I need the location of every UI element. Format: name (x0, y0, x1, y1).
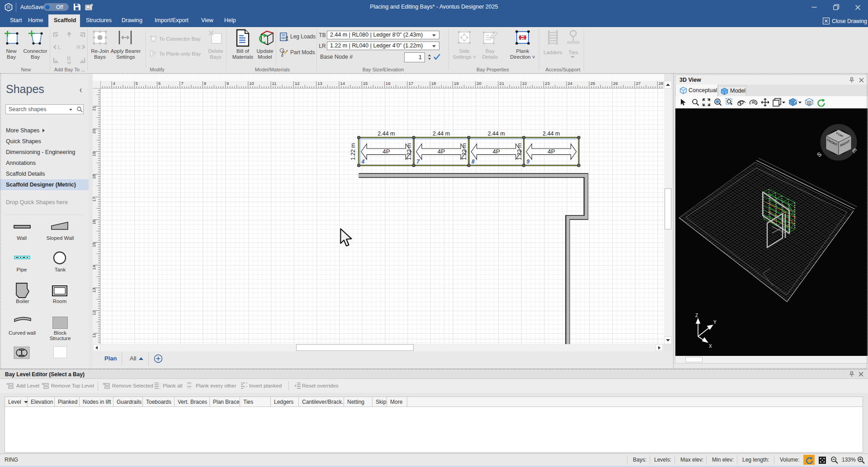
svg-text:18: 18 (93, 174, 96, 179)
svg-text:22: 22 (522, 81, 527, 86)
svg-text:2.44 m: 2.44 m (377, 131, 395, 137)
svg-text:1.22 m: 1.22 m (516, 143, 523, 160)
svg-text:13: 13 (317, 81, 322, 86)
svg-text:19: 19 (93, 152, 96, 157)
svg-text:25: 25 (590, 81, 595, 86)
svg-text:14: 14 (93, 265, 96, 270)
svg-text:19: 19 (454, 81, 459, 86)
svg-text:6: 6 (158, 81, 160, 86)
svg-text:12: 12 (93, 311, 96, 316)
svg-text:1.22 m: 1.22 m (406, 143, 412, 160)
svg-text:R: R (76, 44, 80, 51)
svg-text:2.44 m: 2.44 m (433, 131, 450, 137)
svg-text:16: 16 (386, 81, 391, 86)
svg-text:23: 23 (545, 81, 550, 86)
svg-text:15: 15 (93, 243, 96, 248)
svg-text:7: 7 (416, 159, 420, 165)
svg-text:13: 13 (93, 288, 96, 293)
svg-text:8: 8 (204, 81, 206, 86)
svg-text:12: 12 (295, 81, 300, 86)
svg-text:4P: 4P (493, 148, 500, 155)
svg-text:4P: 4P (382, 148, 390, 155)
svg-text:1.22 m: 1.22 m (350, 143, 356, 160)
svg-text:17: 17 (408, 81, 413, 86)
svg-text:L: L (58, 44, 61, 51)
svg-text:11: 11 (93, 333, 96, 338)
svg-text:2.44 m: 2.44 m (542, 131, 560, 137)
svg-text:27: 27 (636, 81, 641, 86)
svg-text:18: 18 (431, 81, 436, 86)
svg-text:Y: Y (713, 320, 717, 325)
svg-text:20: 20 (476, 81, 481, 86)
svg-text:7: 7 (181, 81, 183, 86)
svg-text:S: S (816, 151, 823, 159)
svg-text:4: 4 (113, 81, 115, 86)
svg-text:17: 17 (93, 197, 96, 202)
svg-text:9: 9 (527, 159, 530, 165)
svg-text:21: 21 (93, 106, 96, 111)
svg-text:4P: 4P (547, 148, 555, 155)
svg-text:14: 14 (340, 81, 345, 86)
svg-text:5: 5 (136, 81, 138, 86)
svg-text:3D: 3D (752, 101, 756, 104)
svg-text:8: 8 (472, 159, 475, 165)
svg-text:1.22 m: 1.22 m (461, 143, 467, 160)
svg-text:B: B (67, 55, 71, 62)
svg-text:2.44 m: 2.44 m (488, 131, 505, 137)
svg-text:4: 4 (361, 159, 365, 165)
svg-text:4P: 4P (438, 148, 445, 155)
svg-text:28: 28 (659, 81, 663, 86)
svg-text:Z: Z (695, 313, 698, 318)
svg-text:21: 21 (500, 81, 505, 86)
svg-text:20: 20 (93, 129, 96, 134)
svg-text:24: 24 (568, 81, 573, 86)
svg-text:11: 11 (272, 81, 277, 86)
svg-text:15: 15 (363, 81, 368, 86)
svg-text:10: 10 (249, 81, 254, 86)
svg-text:26: 26 (613, 81, 618, 86)
svg-text:9: 9 (226, 81, 229, 86)
svg-text:X: X (709, 344, 712, 349)
svg-text:16: 16 (93, 220, 96, 225)
